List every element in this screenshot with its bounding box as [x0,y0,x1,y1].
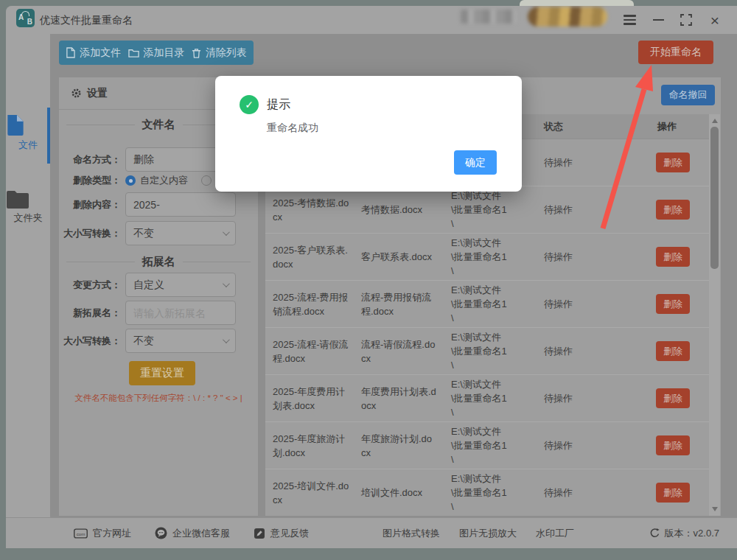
radio-custom-content-label: 自定义内容 [140,174,188,187]
delete-row-button[interactable]: 删除 [656,435,690,455]
refresh-icon[interactable] [649,528,660,539]
dialog-ok-button[interactable]: 确定 [454,150,497,175]
status-cell: 待操作 [544,439,654,452]
logo-arrow-icon [21,11,29,16]
status-cell: 待操作 [544,392,654,405]
old-filename-cell: 2025-流程-请假流程.docx [273,337,361,365]
delete-row-button[interactable]: 删除 [656,341,690,361]
start-rename-button[interactable]: 开始重命名 [638,41,713,64]
naming-method-label: 命名方式： [59,153,121,167]
wechat-support-link[interactable]: 企业微信客服 [155,527,230,540]
file-list-body: 待操作 删除 2025-考情数据.docx 考情数据.docx E:\测试文件 … [265,139,709,516]
version-text: 版本：v2.0.7 [665,527,719,540]
sidebar-folder-label: 文件夹 [6,211,50,225]
delete-row-button[interactable]: 删除 [656,247,690,267]
clear-list-button[interactable]: 清除列表 [192,46,247,60]
toolbar: 添加文件 添加目录 清除列表 [59,41,254,65]
radio-custom-content-selected[interactable] [125,175,136,186]
new-filename-cell: 培训文件.docx [361,486,451,500]
delete-row-button[interactable]: 删除 [656,200,690,220]
delete-row-button[interactable]: 删除 [656,153,690,172]
table-row: 2025-培训文件.docx 培训文件.docx E:\测试文件 \批量重命名1… [265,469,709,516]
old-filename-cell: 2025-培训文件.docx [273,479,361,507]
file-path-cell: E:\测试文件 \批量重命名1 \ [451,189,544,231]
add-folder-label: 添加目录 [144,46,185,60]
section-extension: 拓展名 [66,253,251,270]
new-filename-cell: 流程-请假流程.docx [361,337,451,365]
file-path-cell: E:\测试文件 \批量重命名1 \ [451,236,544,278]
case-convert2-select[interactable]: 不变 [125,329,236,353]
status-cell: 待操作 [544,251,654,264]
app-title: 优速文件批量重命名 [40,6,133,34]
file-path-cell: E:\测试文件 \批量重命名1 \ [451,472,544,514]
header-action: 操作 [654,120,709,133]
watermark-factory-link[interactable]: 水印工厂 [536,527,574,540]
feedback-icon [254,528,265,539]
file-icon [6,113,25,136]
header-status: 状态 [544,120,654,133]
sidebar-item-file[interactable]: 文件 [6,113,50,152]
add-file-button[interactable]: 添加文件 [66,46,121,60]
new-filename-cell: 年度费用计划表.docx [361,385,451,413]
table-row: 2025-流程-费用报销流程.docx 流程-费用报销流程.docx E:\测试… [265,281,709,328]
maximize-icon[interactable] [678,6,694,34]
rename-undo-button[interactable]: 命名撤回 [661,85,715,105]
delete-row-button[interactable]: 删除 [656,294,690,314]
case-convert-select[interactable]: 不变 [125,221,236,245]
logo-letter-b: B [27,18,32,26]
delete-row-button[interactable]: 删除 [656,388,690,408]
image-format-convert-link[interactable]: 图片格式转换 [383,527,440,540]
delete-row-button[interactable]: 删除 [656,483,690,503]
new-extension-input[interactable] [125,301,236,325]
scroll-down-icon[interactable] [712,507,718,511]
delete-type-label: 删除类型： [59,174,121,187]
image-lossless-enlarge-link[interactable]: 图片无损放大 [459,527,517,540]
status-cell: 待操作 [544,203,654,217]
app-window: A B 优速文件批量重命名 × 文件 [6,6,737,548]
new-filename-cell: 客户联系表.docx [361,250,451,264]
footer: com 官方网址 企业微信客服 意见反馈 图片格式转换 图片无损放大 水印工厂 [6,517,737,548]
old-filename-cell: 2025-客户联系表.docx [273,243,361,271]
menu-icon[interactable] [621,6,638,34]
dialog-title: 提示 [267,97,290,113]
chevron-down-icon [223,336,230,343]
new-extension-label: 新拓展名： [59,307,121,320]
old-filename-cell: 2025-年度旅游计划.docx [273,432,361,460]
table-scrollbar[interactable] [709,114,720,516]
add-folder-button[interactable]: 添加目录 [128,46,185,60]
reset-settings-button[interactable]: 重置设置 [129,361,195,385]
status-cell: 待操作 [544,345,654,358]
status-cell: 待操作 [544,298,654,311]
new-filename-cell: 年度旅游计划.docx [361,432,451,460]
sidebar-active-indicator [47,108,50,164]
delete-content-input[interactable] [125,192,236,217]
change-method-select[interactable]: 自定义 [125,273,236,297]
file-path-cell: E:\测试文件 \批量重命名1 \ [451,424,544,466]
radio-second-option[interactable] [201,175,212,186]
old-filename-cell: 2025-流程-费用报销流程.docx [273,290,361,318]
folder-icon [6,189,29,209]
file-path-cell: E:\测试文件 \批量重命名1 \ [451,283,544,325]
scrollbar-thumb[interactable] [710,127,719,269]
change-method-label: 变更方式： [59,279,121,292]
new-filename-cell: 考情数据.docx [361,203,451,217]
sidebar-file-label: 文件 [6,139,50,152]
table-row: 2025-考情数据.docx 考情数据.docx E:\测试文件 \批量重命名1… [265,186,709,234]
feedback-link[interactable]: 意见反馈 [254,527,309,540]
close-icon[interactable]: × [707,6,723,34]
scroll-up-icon[interactable] [712,119,718,123]
gear-icon [71,88,82,99]
blurred-account-name [461,10,517,24]
success-check-icon: ✓ [240,95,259,114]
add-file-label: 添加文件 [80,46,121,60]
minimize-icon[interactable] [650,6,666,34]
old-filename-cell: 2025-考情数据.docx [273,196,361,224]
table-row: 2025-客户联系表.docx 客户联系表.docx E:\测试文件 \批量重命… [265,234,709,281]
wechat-service-icon [155,527,167,539]
table-row: 2025-流程-请假流程.docx 流程-请假流程.docx E:\测试文件 \… [265,328,709,375]
blurred-vip-badge[interactable] [528,7,607,27]
titlebar: A B 优速文件批量重命名 × [6,6,737,34]
sidebar-item-folder[interactable]: 文件夹 [6,189,50,225]
case-convert2-label: 大小写转换： [59,335,121,348]
official-site-link[interactable]: com 官方网址 [74,527,131,540]
